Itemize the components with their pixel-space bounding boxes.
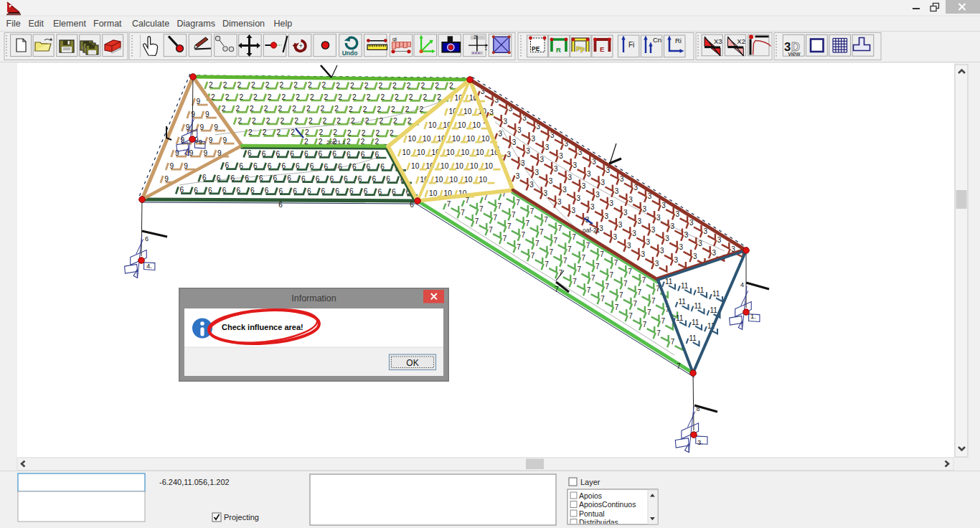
svg-text:7: 7 (615, 303, 619, 311)
svg-text:7: 7 (530, 207, 534, 215)
svg-text:7: 7 (614, 259, 618, 267)
svg-text:2: 2 (291, 128, 295, 136)
svg-text:6: 6 (386, 175, 390, 183)
svg-text:10: 10 (402, 148, 411, 156)
svg-text:Edit: Edit (29, 19, 44, 29)
svg-text:2: 2 (308, 81, 312, 89)
svg-text:3: 3 (504, 118, 508, 126)
svg-text:10: 10 (467, 135, 476, 143)
svg-text:4: 4 (740, 281, 744, 288)
svg-text:3: 3 (582, 182, 586, 190)
svg-text:7: 7 (540, 228, 544, 236)
svg-text:3: 3 (517, 126, 522, 134)
svg-text:9: 9 (223, 136, 227, 144)
svg-text:6: 6 (367, 163, 371, 171)
svg-text:3: 3 (679, 243, 684, 251)
svg-text:7: 7 (572, 233, 576, 241)
svg-text:3: 3 (489, 108, 494, 116)
svg-text:2: 2 (321, 105, 325, 113)
svg-text:7: 7 (475, 217, 479, 225)
svg-text:2: 2 (235, 105, 240, 113)
svg-text:Fi: Fi (628, 41, 634, 49)
svg-text:11: 11 (681, 282, 689, 290)
svg-text:6: 6 (301, 175, 306, 183)
svg-text:2: 2 (336, 117, 341, 125)
svg-text:2: 2 (420, 105, 424, 113)
svg-text:10: 10 (408, 135, 417, 143)
svg-text:7: 7 (633, 300, 637, 308)
svg-text:2: 2 (319, 128, 324, 136)
svg-text:11: 11 (694, 302, 702, 310)
svg-text:2: 2 (324, 93, 329, 101)
svg-text:6: 6 (217, 174, 221, 182)
svg-text:7: 7 (555, 286, 559, 293)
svg-text:10: 10 (417, 148, 425, 156)
svg-text:2: 2 (473, 34, 476, 39)
svg-text:2: 2 (349, 105, 353, 113)
svg-text:6: 6 (364, 187, 368, 195)
svg-text:6: 6 (239, 162, 243, 170)
svg-text:1: 1 (485, 46, 488, 51)
svg-text:7: 7 (503, 235, 507, 242)
svg-text:3: 3 (595, 191, 600, 199)
svg-text:10: 10 (476, 148, 484, 156)
svg-text:6: 6 (377, 188, 382, 196)
svg-text:8: 8 (697, 405, 700, 412)
svg-text:6: 6 (358, 175, 362, 183)
svg-text:3: 3 (540, 156, 545, 164)
svg-text:7: 7 (610, 271, 614, 279)
svg-text:7: 7 (605, 283, 609, 291)
svg-text:10: 10 (473, 121, 481, 129)
svg-text:3: 3 (573, 161, 578, 169)
svg-text:3: 3 (526, 147, 530, 155)
svg-text:7: 7 (461, 209, 465, 217)
svg-text:3: 3 (554, 165, 558, 173)
svg-text:10: 10 (481, 135, 490, 143)
svg-text:Projecting: Projecting (224, 513, 259, 522)
svg-text:9: 9 (189, 149, 194, 157)
svg-text:7: 7 (479, 205, 484, 213)
svg-text:2: 2 (278, 105, 283, 113)
svg-text:11: 11 (710, 306, 718, 314)
svg-text:2: 2 (407, 82, 411, 90)
svg-text:2: 2 (379, 117, 383, 125)
svg-text:2: 2 (409, 93, 413, 101)
svg-text:7: 7 (489, 226, 493, 234)
svg-text:6: 6 (349, 187, 354, 195)
svg-text:10: 10 (452, 135, 461, 143)
svg-text:2: 2 (363, 105, 367, 113)
svg-text:6: 6 (361, 151, 365, 159)
svg-text:6: 6 (372, 175, 377, 183)
svg-text:11: 11 (676, 314, 684, 322)
svg-text:Element: Element (53, 19, 86, 29)
svg-text:10: 10 (423, 135, 431, 143)
svg-text:2: 2 (362, 129, 366, 137)
svg-text:10: 10 (463, 108, 472, 116)
svg-text:10: 10 (470, 162, 479, 170)
svg-text:Pp: Pp (576, 44, 585, 52)
svg-text:6: 6 (279, 187, 283, 195)
svg-text:2: 2 (393, 117, 397, 125)
svg-text:11: 11 (689, 334, 697, 342)
svg-text:10: 10 (411, 162, 420, 170)
svg-text:3: 3 (571, 207, 575, 214)
svg-text:3: 3 (562, 186, 567, 194)
svg-text:9.: 9. (199, 138, 204, 146)
svg-text:6: 6 (321, 187, 326, 195)
svg-text:7: 7 (628, 268, 632, 275)
svg-text:2: 2 (407, 117, 412, 125)
svg-text:3: 3 (676, 210, 680, 218)
svg-text:Undo: Undo (342, 50, 358, 57)
svg-text:File: File (6, 19, 21, 29)
svg-text:3: 3 (641, 250, 645, 258)
svg-text:2: 2 (367, 93, 371, 101)
svg-text:3: 3 (516, 172, 520, 180)
svg-text:6: 6 (392, 188, 396, 196)
svg-text:Ri: Ri (675, 37, 682, 44)
svg-text:2: 2 (364, 82, 369, 90)
svg-text:2: 2 (395, 93, 399, 101)
svg-text:10: 10 (485, 162, 494, 170)
svg-text:2: 2 (392, 82, 397, 90)
svg-text:2: 2 (437, 93, 441, 101)
svg-text:2: 2 (293, 81, 298, 89)
